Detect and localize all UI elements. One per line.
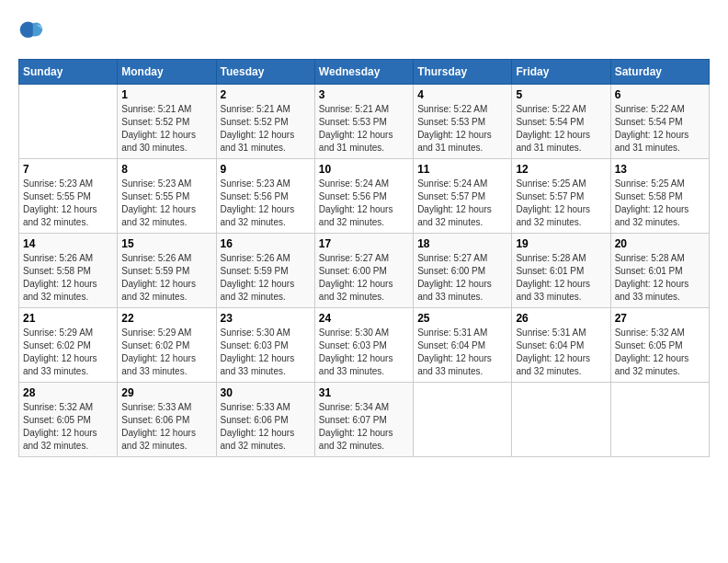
- calendar-cell: 4 Sunrise: 5:22 AM Sunset: 5:53 PM Dayli…: [414, 85, 512, 159]
- day-info: Sunrise: 5:23 AM Sunset: 5:56 PM Dayligh…: [221, 178, 311, 229]
- calendar-cell: 28 Sunrise: 5:32 AM Sunset: 6:05 PM Dayl…: [19, 383, 118, 457]
- day-number: 22: [121, 312, 211, 325]
- day-info: Sunrise: 5:29 AM Sunset: 6:02 PM Dayligh…: [23, 327, 113, 378]
- calendar-cell: 12 Sunrise: 5:25 AM Sunset: 5:57 PM Dayl…: [512, 159, 610, 234]
- day-info: Sunrise: 5:27 AM Sunset: 6:00 PM Dayligh…: [417, 252, 507, 304]
- day-info: Sunrise: 5:22 AM Sunset: 5:54 PM Dayligh…: [516, 103, 606, 155]
- day-info: Sunrise: 5:32 AM Sunset: 6:05 PM Dayligh…: [615, 327, 705, 378]
- day-number: 3: [319, 88, 409, 101]
- calendar-cell: 17 Sunrise: 5:27 AM Sunset: 6:00 PM Dayl…: [314, 234, 413, 308]
- calendar-cell: 22 Sunrise: 5:29 AM Sunset: 6:02 PM Dayl…: [118, 308, 216, 383]
- day-info: Sunrise: 5:28 AM Sunset: 6:01 PM Dayligh…: [615, 252, 705, 304]
- day-number: 5: [516, 88, 606, 101]
- day-info: Sunrise: 5:33 AM Sunset: 6:06 PM Dayligh…: [121, 401, 211, 453]
- calendar-cell: 31 Sunrise: 5:34 AM Sunset: 6:07 PM Dayl…: [314, 383, 413, 457]
- calendar-cell: 10 Sunrise: 5:24 AM Sunset: 5:56 PM Dayl…: [314, 159, 413, 234]
- calendar-cell: [414, 383, 512, 457]
- calendar-cell: 7 Sunrise: 5:23 AM Sunset: 5:55 PM Dayli…: [19, 159, 118, 234]
- calendar-cell: [610, 383, 709, 457]
- day-info: Sunrise: 5:29 AM Sunset: 6:02 PM Dayligh…: [121, 327, 211, 378]
- day-number: 30: [221, 386, 311, 399]
- calendar-cell: 25 Sunrise: 5:31 AM Sunset: 6:04 PM Dayl…: [414, 308, 512, 383]
- day-info: Sunrise: 5:26 AM Sunset: 5:58 PM Dayligh…: [23, 252, 113, 304]
- day-info: Sunrise: 5:26 AM Sunset: 5:59 PM Dayligh…: [121, 252, 211, 304]
- day-info: Sunrise: 5:21 AM Sunset: 5:52 PM Dayligh…: [221, 103, 311, 155]
- weekday-header: Friday: [512, 60, 610, 85]
- day-number: 11: [417, 163, 507, 176]
- day-number: 26: [516, 312, 606, 325]
- calendar-cell: 27 Sunrise: 5:32 AM Sunset: 6:05 PM Dayl…: [610, 308, 709, 383]
- day-info: Sunrise: 5:24 AM Sunset: 5:57 PM Dayligh…: [417, 178, 507, 229]
- day-info: Sunrise: 5:32 AM Sunset: 6:05 PM Dayligh…: [23, 401, 113, 453]
- day-number: 16: [221, 237, 311, 250]
- day-info: Sunrise: 5:21 AM Sunset: 5:52 PM Dayligh…: [121, 103, 211, 155]
- day-number: 28: [23, 386, 113, 399]
- weekday-header: Thursday: [414, 60, 512, 85]
- day-number: 17: [319, 237, 409, 250]
- day-info: Sunrise: 5:21 AM Sunset: 5:53 PM Dayligh…: [319, 103, 409, 155]
- day-info: Sunrise: 5:27 AM Sunset: 6:00 PM Dayligh…: [319, 252, 409, 304]
- calendar-cell: [19, 85, 118, 159]
- day-number: 29: [121, 386, 211, 399]
- calendar-week-row: 28 Sunrise: 5:32 AM Sunset: 6:05 PM Dayl…: [19, 383, 710, 457]
- day-info: Sunrise: 5:26 AM Sunset: 5:59 PM Dayligh…: [221, 252, 311, 304]
- day-info: Sunrise: 5:23 AM Sunset: 5:55 PM Dayligh…: [121, 178, 211, 229]
- weekday-header: Monday: [118, 60, 216, 85]
- calendar-cell: 16 Sunrise: 5:26 AM Sunset: 5:59 PM Dayl…: [216, 234, 314, 308]
- day-number: 15: [121, 237, 211, 250]
- header: [18, 18, 710, 44]
- calendar-week-row: 7 Sunrise: 5:23 AM Sunset: 5:55 PM Dayli…: [19, 159, 710, 234]
- calendar-cell: 26 Sunrise: 5:31 AM Sunset: 6:04 PM Dayl…: [512, 308, 610, 383]
- calendar-cell: 30 Sunrise: 5:33 AM Sunset: 6:06 PM Dayl…: [216, 383, 314, 457]
- calendar-cell: 18 Sunrise: 5:27 AM Sunset: 6:00 PM Dayl…: [414, 234, 512, 308]
- day-info: Sunrise: 5:24 AM Sunset: 5:56 PM Dayligh…: [319, 178, 409, 229]
- calendar-cell: 2 Sunrise: 5:21 AM Sunset: 5:52 PM Dayli…: [216, 85, 314, 159]
- calendar-cell: 15 Sunrise: 5:26 AM Sunset: 5:59 PM Dayl…: [118, 234, 216, 308]
- calendar-cell: 5 Sunrise: 5:22 AM Sunset: 5:54 PM Dayli…: [512, 85, 610, 159]
- day-info: Sunrise: 5:22 AM Sunset: 5:54 PM Dayligh…: [615, 103, 705, 155]
- day-number: 9: [221, 163, 311, 176]
- logo-icon: [18, 18, 44, 44]
- calendar-week-row: 1 Sunrise: 5:21 AM Sunset: 5:52 PM Dayli…: [19, 85, 710, 159]
- calendar-table: SundayMondayTuesdayWednesdayThursdayFrid…: [18, 59, 710, 457]
- day-number: 1: [121, 88, 211, 101]
- day-number: 20: [615, 237, 705, 250]
- day-number: 6: [615, 88, 705, 101]
- day-number: 25: [417, 312, 507, 325]
- day-info: Sunrise: 5:25 AM Sunset: 5:58 PM Dayligh…: [615, 178, 705, 229]
- calendar-cell: 3 Sunrise: 5:21 AM Sunset: 5:53 PM Dayli…: [314, 85, 413, 159]
- day-number: 12: [516, 163, 606, 176]
- day-number: 18: [417, 237, 507, 250]
- calendar-cell: 21 Sunrise: 5:29 AM Sunset: 6:02 PM Dayl…: [19, 308, 118, 383]
- logo: [18, 18, 48, 44]
- calendar-cell: 9 Sunrise: 5:23 AM Sunset: 5:56 PM Dayli…: [216, 159, 314, 234]
- day-info: Sunrise: 5:30 AM Sunset: 6:03 PM Dayligh…: [221, 327, 311, 378]
- calendar-cell: 13 Sunrise: 5:25 AM Sunset: 5:58 PM Dayl…: [610, 159, 709, 234]
- calendar-cell: 24 Sunrise: 5:30 AM Sunset: 6:03 PM Dayl…: [314, 308, 413, 383]
- day-number: 7: [23, 163, 113, 176]
- day-info: Sunrise: 5:22 AM Sunset: 5:53 PM Dayligh…: [417, 103, 507, 155]
- day-number: 19: [516, 237, 606, 250]
- calendar-cell: 23 Sunrise: 5:30 AM Sunset: 6:03 PM Dayl…: [216, 308, 314, 383]
- day-info: Sunrise: 5:23 AM Sunset: 5:55 PM Dayligh…: [23, 178, 113, 229]
- day-info: Sunrise: 5:28 AM Sunset: 6:01 PM Dayligh…: [516, 252, 606, 304]
- calendar-cell: 8 Sunrise: 5:23 AM Sunset: 5:55 PM Dayli…: [118, 159, 216, 234]
- day-number: 24: [319, 312, 409, 325]
- day-info: Sunrise: 5:33 AM Sunset: 6:06 PM Dayligh…: [221, 401, 311, 453]
- day-number: 21: [23, 312, 113, 325]
- calendar-cell: 11 Sunrise: 5:24 AM Sunset: 5:57 PM Dayl…: [414, 159, 512, 234]
- day-number: 10: [319, 163, 409, 176]
- day-number: 23: [221, 312, 311, 325]
- calendar-cell: 19 Sunrise: 5:28 AM Sunset: 6:01 PM Dayl…: [512, 234, 610, 308]
- day-info: Sunrise: 5:31 AM Sunset: 6:04 PM Dayligh…: [417, 327, 507, 378]
- calendar-cell: [512, 383, 610, 457]
- day-number: 2: [221, 88, 311, 101]
- calendar-week-row: 21 Sunrise: 5:29 AM Sunset: 6:02 PM Dayl…: [19, 308, 710, 383]
- weekday-header: Wednesday: [314, 60, 413, 85]
- day-info: Sunrise: 5:30 AM Sunset: 6:03 PM Dayligh…: [319, 327, 409, 378]
- weekday-header: Tuesday: [216, 60, 314, 85]
- day-number: 14: [23, 237, 113, 250]
- day-info: Sunrise: 5:25 AM Sunset: 5:57 PM Dayligh…: [516, 178, 606, 229]
- calendar-cell: 1 Sunrise: 5:21 AM Sunset: 5:52 PM Dayli…: [118, 85, 216, 159]
- calendar-cell: 20 Sunrise: 5:28 AM Sunset: 6:01 PM Dayl…: [610, 234, 709, 308]
